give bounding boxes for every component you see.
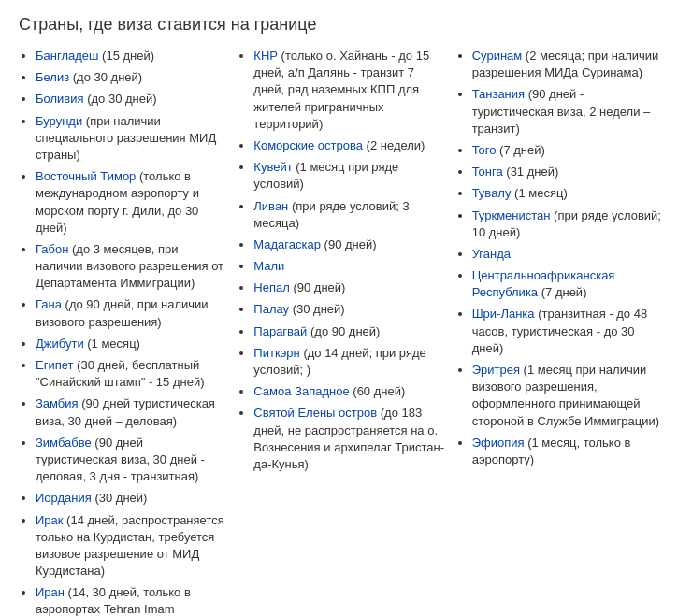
country-note: (30 дней) xyxy=(289,302,345,316)
country-link[interactable]: Эфиопия xyxy=(472,436,525,450)
country-link[interactable]: Уганда xyxy=(472,247,511,261)
list-item: Танзания (90 дней - туристическая виза, … xyxy=(472,86,664,137)
list-item: Египет (30 дней, бесплатный "Синайский ш… xyxy=(36,357,227,391)
list-item: Иран (14, 30 дней, только в аэропортах T… xyxy=(36,584,227,616)
list-item: Гана (до 90 дней, при наличии визового р… xyxy=(36,296,227,330)
list-1: Бангладеш (15 дней)Белиз (до 30 дней)Бол… xyxy=(19,48,227,616)
country-link[interactable]: Самоа Западное xyxy=(253,384,349,398)
list-item: Мадагаскар (90 дней) xyxy=(253,236,445,253)
country-link[interactable]: Коморские острова xyxy=(253,138,363,152)
list-item: Мали xyxy=(253,258,445,275)
country-link[interactable]: Питкэрн xyxy=(253,346,299,360)
list-item: Замбия (90 дней туристическая виза, 30 д… xyxy=(36,395,227,429)
country-note: (31 дней) xyxy=(503,165,559,179)
country-link[interactable]: Эритрея xyxy=(472,363,520,377)
country-link[interactable]: Боливия xyxy=(36,92,84,106)
country-link[interactable]: Белиз xyxy=(36,70,69,84)
country-link[interactable]: Египет xyxy=(36,358,73,372)
list-item: Ливан (при ряде условий; 3 месяца) xyxy=(253,198,445,232)
country-note: (60 дней) xyxy=(350,384,406,398)
country-link[interactable]: Гана xyxy=(36,297,62,311)
country-link[interactable]: Непал xyxy=(253,280,289,294)
list-item: Ирак (14 дней, распространяется только н… xyxy=(36,512,227,580)
list-item: Бангладеш (15 дней) xyxy=(36,48,227,64)
country-link[interactable]: Туркменистан xyxy=(472,208,551,222)
country-note: (до 30 дней) xyxy=(84,92,157,106)
country-note: (до 30 дней) xyxy=(69,70,142,84)
country-link[interactable]: Палау xyxy=(253,302,289,316)
country-link[interactable]: Ливан xyxy=(253,199,288,213)
country-link[interactable]: Святой Елены остров xyxy=(253,406,377,420)
list-item: КНР (только о. Хайнань - до 15 дней, а/п… xyxy=(253,48,445,133)
list-item: Иордания (30 дней) xyxy=(36,490,227,507)
list-item: Палау (30 дней) xyxy=(253,301,445,318)
column-3: Суринам (2 месяца; при наличии разрешени… xyxy=(455,48,673,473)
column-1: Бангладеш (15 дней)Белиз (до 30 дней)Бол… xyxy=(19,48,237,616)
list-item: Центральноафриканская Республика (7 дней… xyxy=(472,267,664,301)
list-3: Суринам (2 месяца; при наличии разрешени… xyxy=(455,48,664,468)
list-item: Габон (до 3 месяцев, при наличии визовог… xyxy=(36,241,227,293)
country-link[interactable]: Суринам xyxy=(472,49,523,63)
list-item: Тонга (31 дней) xyxy=(472,164,664,180)
country-note: (14 дней, распространяется только на Кур… xyxy=(36,513,224,579)
list-item: Питкэрн (до 14 дней; при ряде условий; ) xyxy=(253,345,445,379)
list-item: Джибути (1 месяц) xyxy=(36,336,227,352)
country-link[interactable]: Тонга xyxy=(472,165,503,179)
country-link[interactable]: Тувалу xyxy=(472,186,512,200)
list-item: Того (7 дней) xyxy=(472,142,664,159)
list-item: Бурунди (при наличии специального разреш… xyxy=(36,113,227,165)
country-note: (до 90 дней) xyxy=(307,324,380,338)
country-note: (7 дней) xyxy=(538,285,586,299)
country-link[interactable]: Восточный Тимор xyxy=(36,169,136,183)
country-note: (2 недели) xyxy=(363,138,425,152)
country-link[interactable]: Мадагаскар xyxy=(253,237,321,251)
country-note: (30 дней) xyxy=(92,491,148,505)
country-link[interactable]: Шри-Ланка xyxy=(472,307,535,321)
country-link[interactable]: Бангладеш xyxy=(36,49,98,63)
list-item: Кувейт (1 месяц при ряде условий) xyxy=(253,159,445,193)
list-item: Самоа Западное (60 дней) xyxy=(253,383,445,400)
country-link[interactable]: Того xyxy=(472,143,497,157)
country-note: (только о. Хайнань - до 15 дней, а/п Дал… xyxy=(253,49,429,131)
country-link[interactable]: Кувейт xyxy=(253,160,292,174)
country-link[interactable]: Габон xyxy=(36,242,68,256)
country-link[interactable]: Парагвай xyxy=(253,324,307,338)
country-link[interactable]: Иордания xyxy=(36,491,92,505)
list-item: Восточный Тимор (только в международном … xyxy=(36,168,227,236)
list-item: Белиз (до 30 дней) xyxy=(36,69,227,86)
country-note: (7 дней) xyxy=(497,143,545,157)
list-item: Боливия (до 30 дней) xyxy=(36,91,227,107)
country-link[interactable]: КНР xyxy=(253,49,278,63)
list-item: Парагвай (до 90 дней) xyxy=(253,323,445,340)
country-link[interactable]: Зимбабве xyxy=(36,436,92,450)
country-link[interactable]: Иран xyxy=(36,585,65,599)
country-note: (90 дней) xyxy=(321,237,377,251)
list-item: Туркменистан (при ряде условий; 10 дней) xyxy=(472,208,664,241)
column-2: КНР (только о. Хайнань - до 15 дней, а/п… xyxy=(237,48,454,478)
columns-container: Бангладеш (15 дней)Белиз (до 30 дней)Бол… xyxy=(19,48,673,616)
country-note: (1 месяц) xyxy=(511,186,567,200)
list-item: Зимбабве (90 дней туристическая виза, 30… xyxy=(36,435,227,486)
list-item: Тувалу (1 месяц) xyxy=(472,185,664,202)
country-link[interactable]: Замбия xyxy=(36,396,79,410)
country-note: (1 месяц) xyxy=(84,337,140,351)
country-note: (90 дней) xyxy=(290,280,346,294)
list-item: Суринам (2 месяца; при наличии разрешени… xyxy=(472,48,664,81)
list-item: Коморские острова (2 недели) xyxy=(253,137,445,154)
country-link[interactable]: Джибути xyxy=(36,337,84,351)
list-item: Эфиопия (1 месяц, только в аэропорту) xyxy=(472,435,664,468)
page-title: Страны, где виза ставится на границе xyxy=(19,15,673,35)
list-item: Эритрея (1 месяц при наличии визового ра… xyxy=(472,362,664,430)
list-item: Уганда xyxy=(472,246,664,263)
country-link[interactable]: Ирак xyxy=(36,513,64,527)
country-link[interactable]: Бурунди xyxy=(36,114,82,128)
list-item: Шри-Ланка (транзитная - до 48 часов, тур… xyxy=(472,306,664,357)
country-note: (15 дней) xyxy=(98,49,154,63)
list-item: Святой Елены остров (до 183 дней, не рас… xyxy=(253,405,445,473)
list-item: Непал (90 дней) xyxy=(253,279,445,296)
list-2: КНР (только о. Хайнань - до 15 дней, а/п… xyxy=(237,48,445,473)
country-link[interactable]: Мали xyxy=(253,259,284,273)
country-link[interactable]: Танзания xyxy=(472,87,525,101)
country-note: (до 90 дней, при наличии визового разреш… xyxy=(36,297,209,328)
